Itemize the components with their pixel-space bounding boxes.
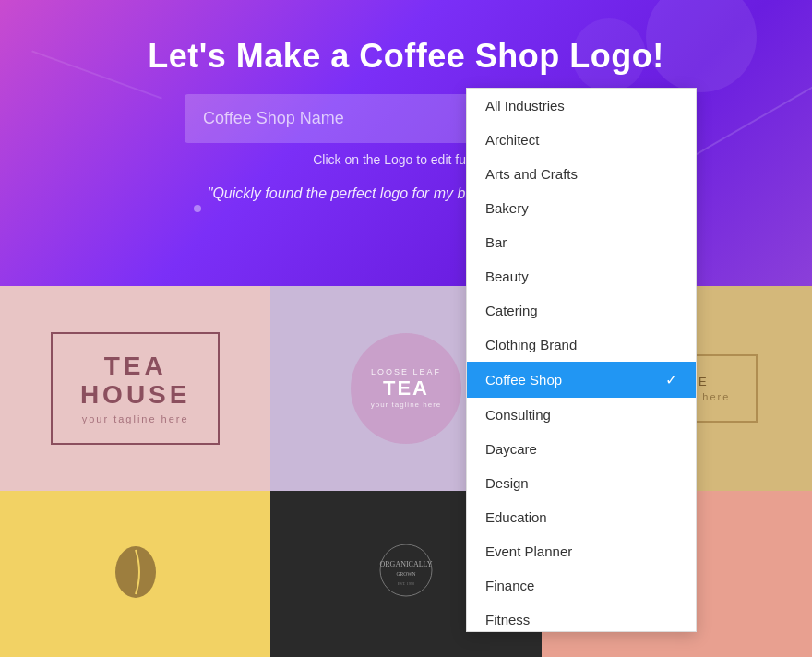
dropdown-item-label-event-planner: Event Planner — [485, 544, 572, 559]
coffee-bean-icon — [108, 544, 163, 600]
yellow-logo — [108, 544, 163, 603]
loose-leaf-main: TEA — [383, 376, 429, 400]
svg-point-1 — [380, 544, 432, 596]
loose-leaf-small: LOOSE LEAF — [371, 367, 441, 376]
logo-card-yellow[interactable] — [0, 491, 270, 657]
dropdown-item-bar[interactable]: Bar — [467, 225, 696, 259]
dropdown-item-daycare[interactable]: Daycare — [467, 432, 696, 466]
dropdown-item-label-architect: Architect — [485, 132, 539, 148]
dropdown-item-coffee-shop[interactable]: Coffee Shop✓ — [467, 362, 696, 398]
dropdown-item-clothing-brand[interactable]: Clothing Brand — [467, 328, 696, 362]
loose-leaf-logo: LOOSE LEAF TEA your tagline here — [351, 333, 461, 444]
dropdown-item-arts-and-crafts[interactable]: Arts and Crafts — [467, 157, 696, 191]
svg-text:EST. 1990: EST. 1990 — [398, 581, 415, 586]
dropdown-item-label-bar: Bar — [485, 234, 507, 250]
dropdown-item-beauty[interactable]: Beauty — [467, 259, 696, 293]
dropdown-item-label-finance: Finance — [485, 578, 534, 593]
dropdown-item-label-daycare: Daycare — [485, 441, 537, 457]
dropdown-item-label-design: Design — [485, 475, 529, 491]
dropdown-item-label-fitness: Fitness — [485, 612, 530, 627]
industry-dropdown[interactable]: All IndustriesArchitectArts and CraftsBa… — [466, 88, 697, 632]
tea-house-line1: TEA — [80, 352, 191, 381]
dropdown-item-label-catering: Catering — [485, 303, 538, 318]
dropdown-item-finance[interactable]: Finance — [467, 568, 696, 603]
loose-leaf-tagline: your tagline here — [371, 400, 442, 409]
dropdown-item-all-industries[interactable]: All Industries — [467, 89, 696, 123]
tea-house-logo: TEA HOUSE your tagline here — [51, 332, 221, 445]
dropdown-item-label-clothing-brand: Clothing Brand — [485, 337, 577, 352]
dropdown-item-label-education: Education — [485, 509, 547, 525]
dropdown-item-architect[interactable]: Architect — [467, 123, 696, 157]
dropdown-item-design[interactable]: Design — [467, 466, 696, 500]
dropdown-item-bakery[interactable]: Bakery — [467, 191, 696, 225]
logo-card-tea-house[interactable]: TEA HOUSE your tagline here — [0, 286, 270, 491]
tea-house-tagline: your tagline here — [80, 413, 191, 424]
page-title: Let's Make a Coffee Shop Logo! — [0, 0, 812, 76]
dropdown-item-label-coffee-shop: Coffee Shop — [485, 372, 562, 388]
dropdown-item-label-arts-and-crafts: Arts and Crafts — [485, 166, 578, 182]
dropdown-item-catering[interactable]: Catering — [467, 293, 696, 328]
svg-point-0 — [115, 546, 156, 598]
deco-dot-1 — [194, 205, 201, 212]
dropdown-item-event-planner[interactable]: Event Planner — [467, 534, 696, 568]
checkmark-icon: ✓ — [665, 371, 677, 388]
dark-coffee-icon: ORGANICALLY GROWN EST. 1990 — [351, 537, 461, 611]
dropdown-item-label-all-industries: All Industries — [485, 98, 565, 113]
dropdown-item-label-beauty: Beauty — [485, 269, 529, 284]
svg-text:ORGANICALLY: ORGANICALLY — [379, 560, 432, 568]
dropdown-item-education[interactable]: Education — [467, 500, 696, 534]
dropdown-item-label-consulting: Consulting — [485, 407, 551, 423]
dropdown-item-label-bakery: Bakery — [485, 200, 529, 216]
dropdown-item-consulting[interactable]: Consulting — [467, 398, 696, 432]
dropdown-item-fitness[interactable]: Fitness — [467, 603, 696, 632]
svg-text:GROWN: GROWN — [396, 571, 415, 577]
tea-house-line2: HOUSE — [80, 381, 191, 410]
